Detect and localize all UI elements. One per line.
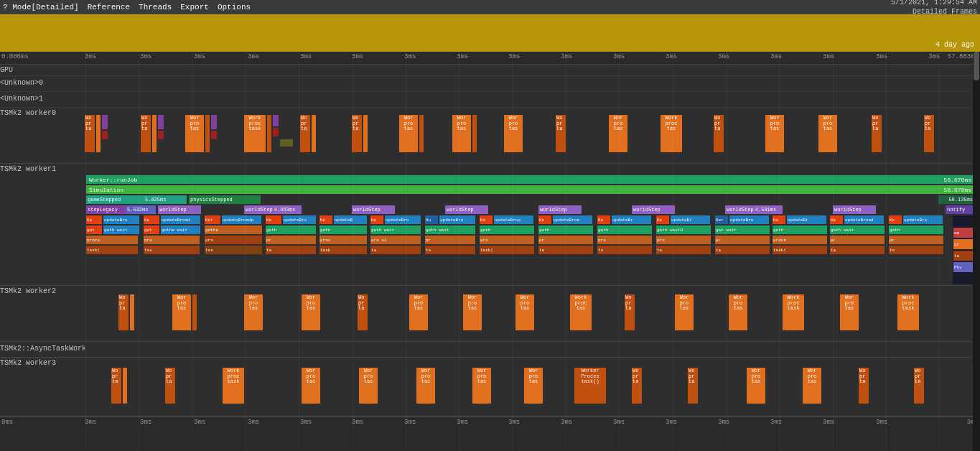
menu-threads[interactable]: Threads <box>139 3 172 11</box>
ruler-tick-4: 3ms <box>248 53 259 60</box>
step-legacy-ms: 5.532ms <box>127 207 148 213</box>
ke-block-5: Ke <box>319 215 332 224</box>
physics-ms: 50.135ms <box>948 197 973 203</box>
ke-block-11: Ke <box>656 215 669 224</box>
gpu-label: GPU <box>0 66 85 74</box>
ruler-tick-1: 3ms <box>85 53 96 60</box>
task-13: task( <box>773 246 827 254</box>
worker0-block-13: Woprta <box>714 115 724 152</box>
grid-line-12 <box>673 52 673 451</box>
mode-label[interactable]: ? Mode[Detailed] <box>3 3 79 11</box>
gathe-wait-2: gathe wait <box>161 226 200 234</box>
profiler-canvas[interactable]: 0.000ms 3ms 3ms 3ms 3ms 3ms 3ms 3ms 3ms … <box>0 52 980 451</box>
ke-block-9: Ke <box>538 215 551 224</box>
proce-block-1: proce <box>86 236 138 244</box>
worker0-block-1d <box>102 131 108 139</box>
menu-options[interactable]: Options <box>218 3 251 11</box>
w3-block-10: Woprta <box>632 368 642 404</box>
worker0-block-2d <box>158 131 164 139</box>
bottom-tick-3: 3ms <box>194 419 205 426</box>
grid-line-8 <box>459 52 459 451</box>
ta-15: ta <box>889 246 943 254</box>
worker0-block-7: Worprotas <box>399 115 418 152</box>
bottom-tick-5: 3ms <box>300 419 312 426</box>
worker0-block-3d <box>211 131 217 139</box>
timestamp: 5/1/2021, 1:29:54 AM <box>891 0 977 7</box>
bottom-tick-6: 3ms <box>352 419 363 426</box>
profiler-window: ? Mode[Detailed] Reference Threads Expor… <box>0 0 980 451</box>
ta-7: ta <box>425 246 475 254</box>
worker0-block-12: Workproctas <box>661 115 682 152</box>
worker0-block-2: Woprta <box>141 115 151 152</box>
w3-block-14: Woprta <box>859 368 869 404</box>
w2-block-8: Worprotas <box>515 294 534 330</box>
update-br-10: updateBr <box>612 215 651 224</box>
update-bro-7: updateBro <box>439 215 475 224</box>
w3-block-1b <box>123 368 127 404</box>
ta-12: ta <box>715 246 770 254</box>
pr-7: pr <box>425 236 475 244</box>
hu-block-7: Hu <box>425 215 438 224</box>
gath-5: gath <box>319 226 367 234</box>
worker0-block-4b <box>267 115 271 152</box>
world-step-8: worldStep <box>833 205 876 214</box>
worker0-block-9: Worprotas <box>504 115 523 152</box>
ruler-tick-17: 3ms <box>928 53 940 60</box>
worker0-block-7b <box>419 115 424 152</box>
worker0-block-5: Woprta <box>300 115 310 152</box>
menu-left: ? Mode[Detailed] Reference Threads Expor… <box>3 3 251 11</box>
update-broad-2: updateBroad <box>161 215 200 224</box>
pro-10: pro <box>597 236 652 244</box>
menu-reference[interactable]: Reference <box>88 3 130 11</box>
w2-block-15: Workproctask <box>897 294 919 330</box>
unknown1-label: <Unknown>1 <box>0 95 85 103</box>
update-bro-15: updateBro <box>903 215 943 224</box>
ruler-tick-2: 3ms <box>140 53 151 60</box>
world-step-6: worldStep <box>632 205 675 214</box>
w3-block-6: Worprotas <box>416 368 435 404</box>
worker0-block-5b <box>312 115 316 152</box>
time-ago: 4 day ago <box>935 41 974 49</box>
w3-block-2: Woprta <box>165 368 175 404</box>
update-bro-12: updateBro <box>729 215 769 224</box>
grid-line-2 <box>139 52 139 451</box>
gath-wait-1: gath wait <box>103 226 139 234</box>
physics-ms-bar: 50.135ms <box>938 195 974 204</box>
ruler-tick-9: 3ms <box>508 53 520 60</box>
grid-line-17 <box>939 52 940 451</box>
grid-line-16 <box>886 52 887 451</box>
task-8: task( <box>480 246 534 254</box>
w3-block-12: Worprotas <box>747 368 765 404</box>
w2-block-14: Worprotas <box>840 294 859 330</box>
ke-block-3: Ker <box>205 215 220 224</box>
w3-block-1: Woprta <box>111 368 121 404</box>
w2-block-5: Woprta <box>358 294 368 330</box>
menu-export[interactable]: Export <box>180 3 209 11</box>
worker0-block-15: Worprotas <box>818 115 837 152</box>
pr-14: pr <box>830 236 885 244</box>
update-br-11: updateBr <box>671 215 710 224</box>
ke-block-14: Ke <box>830 215 843 224</box>
grid-line-7 <box>406 52 406 451</box>
ruler-tick-6: 3ms <box>352 53 363 60</box>
ta-6: ta <box>370 246 421 254</box>
pr-4: pr <box>266 236 316 244</box>
world-step-4: worldStep <box>445 205 488 214</box>
world-step-1: worldStep <box>158 205 201 214</box>
run-job-label: Worker::runJob <box>89 177 944 183</box>
scrollbar-right[interactable] <box>973 52 980 451</box>
w2-block-4: Worprotas <box>302 294 320 330</box>
w2-block-10: Woprta <box>625 294 635 330</box>
grid-line-3 <box>192 52 192 451</box>
bottom-tick-1: 3ms <box>85 419 96 426</box>
right-panel: wa pr ta Phy <box>953 215 974 284</box>
scrollbar-thumb[interactable] <box>974 52 979 80</box>
worker0-block-2b <box>152 115 157 152</box>
task-5: task <box>319 246 367 254</box>
gath-wait-14: gath wait <box>830 226 885 234</box>
w3-block-7: Worprotas <box>472 368 491 404</box>
pr-12: pr <box>715 236 770 244</box>
w2-block-3: Worprotas <box>244 294 263 330</box>
worker0-block-4d <box>273 128 279 136</box>
step-legacy-bar: stepLegacy <box>86 205 126 214</box>
